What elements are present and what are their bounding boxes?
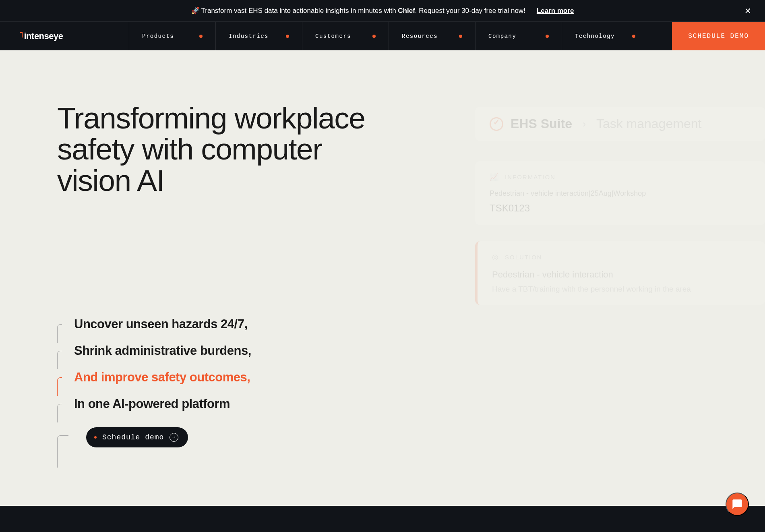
benefit-indicator-icon [57, 351, 62, 369]
widget-title: EHS Suite [511, 116, 572, 131]
schedule-button-label: Schedule demo [102, 433, 164, 441]
nav-dot-icon [372, 35, 376, 38]
benefit-indicator-icon [57, 404, 62, 422]
chevron-right-icon: › [583, 118, 586, 130]
nav-item-label: Industries [229, 33, 269, 39]
widget-info-card: 📈 INFORMATION Pedestrian - vehicle inter… [475, 161, 765, 225]
close-icon: ✕ [744, 6, 751, 15]
learn-more-link[interactable]: Learn more [537, 7, 574, 15]
announcement-bar: 🚀 Transform vast EHS data into actionabl… [0, 0, 765, 21]
main-nav: ˥ intenseye Products Industries Customer… [0, 21, 765, 50]
benefits-list: Uncover unseen hazards 24/7, Shrink admi… [57, 317, 391, 447]
schedule-demo-nav-button[interactable]: SCHEDULE DEMO [672, 22, 765, 50]
announcement-emoji: 🚀 [191, 6, 200, 15]
target-icon: ◎ [492, 253, 498, 261]
widget-subtitle: Task management [596, 116, 701, 131]
card-header: 📈 INFORMATION [490, 172, 751, 181]
nav-item-resources[interactable]: Resources [389, 22, 475, 50]
widget-header: EHS Suite › Task management [475, 107, 765, 141]
solution-card-title: Pedestrian - vehicle interaction [492, 269, 751, 280]
chart-line-icon: 📈 [490, 172, 498, 181]
nav-item-label: Company [488, 33, 516, 39]
hero-widget-preview: EHS Suite › Task management 📈 INFORMATIO… [475, 107, 765, 321]
schedule-indicator-icon [57, 435, 68, 468]
nav-items: Products Industries Customers Resources … [129, 22, 672, 50]
check-circle-icon [490, 117, 503, 131]
benefit-item: In one AI-powered platform [74, 397, 391, 411]
chat-widget-button[interactable] [726, 493, 749, 516]
nav-item-label: Resources [402, 33, 438, 39]
nav-item-industries[interactable]: Industries [215, 22, 302, 50]
info-card-line1: Pedestrian - vehicle interaction|25Aug|W… [490, 189, 751, 198]
nav-item-label: Products [142, 33, 174, 39]
nav-item-company[interactable]: Company [475, 22, 562, 50]
benefit-text: And improve safety outcomes, [74, 370, 250, 385]
benefit-text: Uncover unseen hazards 24/7, [74, 317, 248, 331]
hero-section: Transforming workplace safety with compu… [0, 50, 765, 504]
benefit-item: Shrink administrative burdens, [74, 344, 391, 358]
button-dot-icon [94, 436, 97, 439]
benefit-text: Shrink administrative burdens, [74, 344, 251, 358]
card-label: INFORMATION [505, 174, 556, 180]
benefit-item: Uncover unseen hazards 24/7, [74, 317, 391, 331]
benefit-item: And improve safety outcomes, [74, 370, 391, 385]
card-label: SOLUTION [505, 254, 542, 261]
info-card-line2: TSK0123 [490, 203, 751, 214]
nav-item-technology[interactable]: Technology [562, 22, 648, 50]
nav-dot-icon [459, 35, 462, 38]
arrow-right-icon: → [170, 433, 178, 442]
benefit-indicator-icon [57, 324, 62, 343]
announcement-text-before: Transform vast EHS data into actionable … [201, 7, 398, 14]
hero-left: Transforming workplace safety with compu… [57, 103, 391, 504]
schedule-button-wrapper: Schedule demo → [74, 427, 391, 447]
schedule-demo-button[interactable]: Schedule demo → [86, 427, 188, 447]
nav-dot-icon [546, 35, 549, 38]
nav-dot-icon [286, 35, 289, 38]
nav-item-label: Technology [575, 33, 615, 39]
logo-section[interactable]: ˥ intenseye [0, 22, 129, 50]
logo: ˥ intenseye [19, 31, 63, 41]
nav-item-label: Customers [315, 33, 351, 39]
benefit-indicator-icon [57, 377, 62, 396]
hero-title: Transforming workplace safety with compu… [57, 103, 391, 196]
close-announcement-button[interactable]: ✕ [743, 4, 753, 17]
announcement-text-after: . Request your 30-day free trial now! [415, 7, 525, 14]
nav-item-customers[interactable]: Customers [302, 22, 389, 50]
nav-dot-icon [199, 35, 203, 38]
benefit-text: In one AI-powered platform [74, 397, 230, 411]
announcement-text: Transform vast EHS data into actionable … [201, 7, 525, 15]
logo-mark-icon: ˥ [19, 30, 23, 39]
card-header: ◎ SOLUTION [492, 253, 751, 261]
nav-dot-icon [632, 35, 635, 38]
announcement-text-bold: Chief [398, 7, 415, 14]
nav-item-products[interactable]: Products [129, 22, 215, 50]
widget-solution-card: ◎ SOLUTION Pedestrian - vehicle interact… [475, 241, 765, 305]
bottom-bar [0, 506, 765, 532]
chat-icon [732, 499, 743, 510]
logo-text: intenseye [24, 31, 63, 41]
solution-card-text: Have a TBT/training with the personnel w… [492, 285, 751, 294]
announcement-content: 🚀 Transform vast EHS data into actionabl… [191, 6, 574, 15]
